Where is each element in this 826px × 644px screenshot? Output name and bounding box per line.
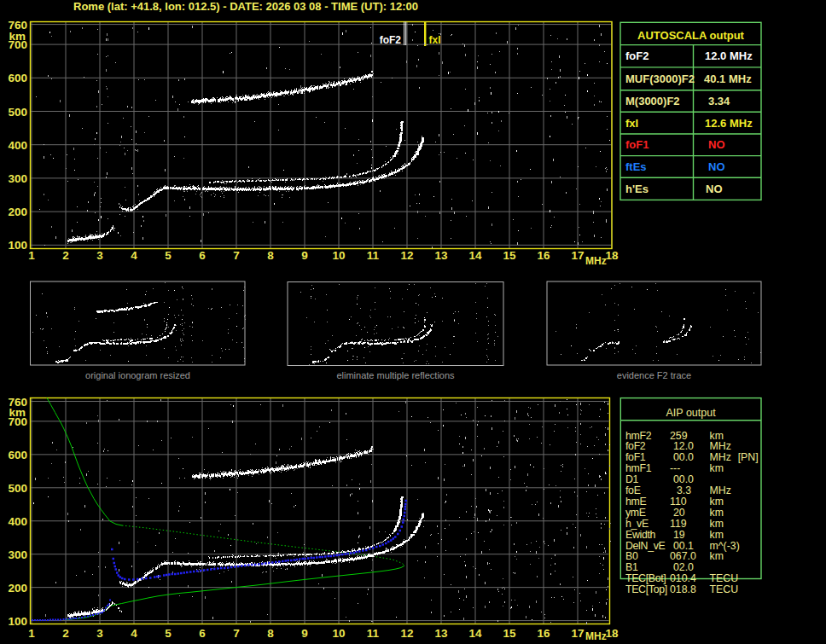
svg-text:7: 7	[233, 249, 240, 262]
svg-text:foE: foE	[625, 484, 641, 496]
svg-text:00.0: 00.0	[673, 473, 694, 485]
svg-text:9: 9	[301, 627, 308, 640]
svg-text:9: 9	[301, 249, 308, 262]
svg-text:12.0 MHz: 12.0 MHz	[705, 49, 753, 62]
svg-text:NO: NO	[706, 183, 723, 195]
svg-text:AUTOSCALA output: AUTOSCALA output	[637, 29, 745, 42]
svg-text:100: 100	[8, 615, 27, 628]
svg-text:10: 10	[332, 627, 345, 640]
svg-text:16: 16	[537, 627, 550, 640]
svg-text:17: 17	[571, 249, 584, 262]
svg-text:8: 8	[267, 627, 274, 640]
svg-text:foF2: foF2	[380, 34, 402, 46]
svg-text:m^(-3): m^(-3)	[710, 540, 740, 552]
svg-text:D1: D1	[625, 473, 639, 485]
svg-text:Ewidth: Ewidth	[625, 529, 656, 541]
svg-text:18: 18	[605, 627, 619, 640]
svg-text:110: 110	[670, 496, 687, 508]
svg-text:200: 200	[8, 206, 27, 218]
svg-text:5: 5	[165, 249, 172, 262]
svg-text:foF2: foF2	[625, 440, 646, 452]
svg-text:hmF1: hmF1	[625, 462, 652, 474]
svg-text:km: km	[710, 518, 724, 530]
svg-text:259: 259	[670, 430, 688, 442]
svg-text:3.34: 3.34	[708, 95, 730, 107]
svg-text:5: 5	[165, 627, 172, 640]
svg-text:DelN_vE: DelN_vE	[625, 540, 666, 552]
svg-text:600: 600	[8, 449, 27, 461]
svg-text:1: 1	[28, 249, 35, 262]
svg-text:MHz: MHz	[710, 440, 731, 452]
svg-text:20: 20	[673, 507, 685, 519]
svg-text:00.0: 00.0	[673, 451, 694, 463]
svg-text:TEC[Top]: TEC[Top]	[625, 583, 667, 595]
svg-text:NO: NO	[708, 160, 725, 173]
svg-text:17: 17	[571, 627, 584, 640]
svg-text:11: 11	[367, 627, 380, 640]
svg-text:16: 16	[537, 249, 550, 262]
svg-text:119: 119	[670, 518, 687, 530]
svg-text:km: km	[710, 462, 724, 474]
svg-text:2: 2	[62, 627, 69, 640]
svg-text:40.1 MHz: 40.1 MHz	[704, 73, 752, 85]
svg-text:8: 8	[267, 249, 274, 262]
svg-text:7: 7	[233, 627, 240, 640]
svg-text:02.0: 02.0	[673, 561, 694, 573]
svg-text:B1: B1	[625, 561, 638, 573]
svg-text:km: km	[710, 550, 724, 562]
svg-text:1: 1	[28, 627, 35, 640]
svg-text:foF1: foF1	[625, 451, 646, 463]
svg-text:6: 6	[199, 627, 206, 640]
svg-text:100: 100	[8, 239, 27, 252]
svg-text:km: km	[9, 406, 26, 419]
svg-text:500: 500	[8, 482, 27, 495]
svg-text:NO: NO	[708, 138, 725, 151]
svg-text:300: 300	[8, 172, 27, 185]
svg-text:3: 3	[96, 249, 103, 262]
svg-text:km: km	[9, 30, 26, 43]
svg-text:18: 18	[605, 249, 619, 262]
svg-text:19: 19	[673, 529, 685, 541]
svg-text:14: 14	[468, 249, 482, 262]
svg-text:km: km	[710, 430, 724, 442]
svg-text:2: 2	[62, 249, 69, 262]
svg-text:TECU: TECU	[710, 572, 738, 584]
svg-text:AIP output: AIP output	[666, 407, 717, 419]
svg-text:MHz: MHz	[710, 484, 731, 496]
svg-text:km: km	[710, 507, 724, 519]
svg-text:[PN]: [PN]	[738, 451, 759, 463]
svg-text:TECU: TECU	[710, 583, 738, 595]
svg-text:12.6 MHz: 12.6 MHz	[705, 117, 753, 130]
svg-text:fxI: fxI	[429, 34, 441, 46]
svg-text:evidence F2 trace: evidence F2 trace	[617, 370, 691, 380]
svg-text:eliminate multiple reflections: eliminate multiple reflections	[336, 370, 455, 380]
svg-text:400: 400	[8, 515, 27, 528]
svg-text:h'Es: h'Es	[625, 183, 649, 195]
svg-text:hmE: hmE	[625, 496, 646, 508]
svg-text:original ionogram resized: original ionogram resized	[85, 370, 190, 380]
svg-text:4: 4	[131, 249, 137, 262]
svg-text:km: km	[710, 496, 724, 508]
svg-text:500: 500	[8, 106, 27, 119]
svg-text:km: km	[710, 529, 724, 541]
svg-text:300: 300	[8, 548, 27, 561]
svg-text:MUF(3000)F2: MUF(3000)F2	[625, 73, 695, 85]
svg-text:067.0: 067.0	[670, 550, 696, 562]
svg-text:018.8: 018.8	[670, 583, 696, 595]
svg-text:MHz: MHz	[585, 630, 607, 642]
svg-text:h_vE: h_vE	[625, 518, 649, 530]
svg-text:6: 6	[199, 249, 206, 262]
svg-text:00.1: 00.1	[673, 540, 694, 552]
svg-text:4: 4	[131, 627, 137, 640]
svg-text:13: 13	[434, 249, 448, 262]
svg-text:foF1: foF1	[625, 138, 649, 151]
svg-text:hmF2: hmF2	[625, 430, 652, 442]
svg-text:010.4: 010.4	[670, 572, 696, 584]
svg-text:11: 11	[367, 249, 380, 262]
svg-text:15: 15	[503, 627, 516, 640]
svg-text:12.0: 12.0	[673, 440, 694, 452]
svg-text:Rome (lat: +41.8, lon: 012.5): Rome (lat: +41.8, lon: 012.5) - DATE: 20…	[73, 0, 418, 13]
svg-text:600: 600	[8, 72, 27, 84]
svg-text:12: 12	[400, 249, 413, 262]
svg-text:---: ---	[670, 462, 680, 474]
